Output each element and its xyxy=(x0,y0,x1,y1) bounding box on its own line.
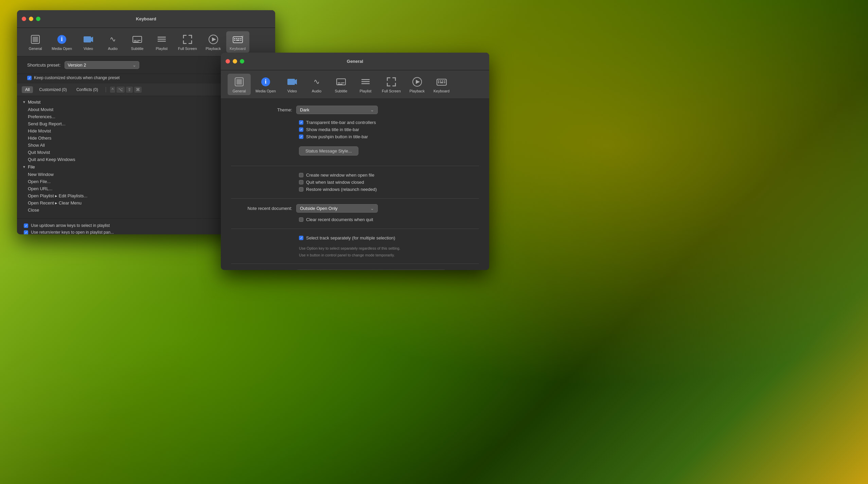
gen-toolbar-item-playlist[interactable]: Playlist xyxy=(354,74,377,95)
quit-when-closed-checkbox[interactable] xyxy=(299,180,303,184)
svg-rect-36 xyxy=(361,79,370,80)
gen-toolbar-video-label: Video xyxy=(287,89,297,93)
svg-rect-10 xyxy=(134,41,139,42)
gen-toolbar-item-keyboard[interactable]: Keyboard xyxy=(430,74,453,95)
open-file-label: Open File... xyxy=(28,179,51,184)
svg-rect-33 xyxy=(338,83,340,83)
alt-icon[interactable]: ⌥ xyxy=(117,87,125,93)
triangle-down-icon: ▼ xyxy=(22,100,26,104)
toolbar-item-video[interactable]: Video xyxy=(77,31,100,53)
keyboard-icon: off xyxy=(232,33,244,46)
clear-recent-checkbox[interactable] xyxy=(299,217,303,222)
show-media-title-checkbox[interactable] xyxy=(299,127,303,132)
toolbar-item-media-open[interactable]: i Media Open xyxy=(48,31,75,53)
section-divider-2 xyxy=(231,198,479,199)
theme-dropdown-arrow-icon: ⌄ xyxy=(370,107,374,112)
minimize-button[interactable] xyxy=(29,17,33,21)
show-pushpin-checkbox[interactable] xyxy=(299,135,303,139)
transparent-titlebar-checkbox[interactable] xyxy=(299,120,303,125)
theme-label: Theme: xyxy=(231,107,292,112)
gen-toolbar-item-subtitle[interactable]: Subtitle xyxy=(330,74,353,95)
gen-toolbar-item-fullscreen[interactable]: Full Screen xyxy=(378,74,404,95)
toolbar-subtitle-label: Subtitle xyxy=(131,47,144,51)
close-button[interactable] xyxy=(22,17,26,21)
filter-customized-btn[interactable]: Customized (0) xyxy=(36,86,70,93)
svg-rect-4 xyxy=(84,36,91,42)
general-title-bar: General xyxy=(221,53,489,70)
quit-movist-label: Quit Movist xyxy=(28,150,50,155)
general-maximize-button[interactable] xyxy=(240,59,244,64)
svg-marker-30 xyxy=(295,79,297,85)
svg-rect-38 xyxy=(361,83,370,84)
screenshot-folder-row: Screenshot folder: 🏠 cocoable › 🎬 Movies xyxy=(231,269,479,270)
screenshot-folder-path[interactable]: 🏠 cocoable › 🎬 Movies xyxy=(296,269,446,270)
gen-toolbar-item-media[interactable]: i Media Open xyxy=(252,74,279,95)
toolbar-item-general[interactable]: General xyxy=(24,31,47,53)
theme-value: Dark xyxy=(300,107,309,112)
general-minimize-button[interactable] xyxy=(233,59,237,64)
info-icon: i xyxy=(56,33,68,46)
return-keys-checkbox[interactable] xyxy=(24,230,28,235)
note-recent-select[interactable]: Outside Open Only ⌄ xyxy=(296,204,378,213)
status-message-btn[interactable]: Status Message Style... xyxy=(299,146,358,156)
create-new-window-checkbox[interactable] xyxy=(299,173,303,177)
preset-value: Version 2 xyxy=(68,62,86,68)
section-divider-4 xyxy=(231,264,479,264)
restore-windows-checkbox[interactable] xyxy=(299,187,303,192)
select-track-checkbox[interactable] xyxy=(299,236,303,240)
clear-recent-row: Clear recent documents when quit xyxy=(299,216,479,223)
maximize-button[interactable] xyxy=(36,17,40,21)
gen-toolbar-item-video[interactable]: Video xyxy=(281,74,304,95)
toolbar-item-audio[interactable]: Audio xyxy=(101,31,124,53)
toolbar-keyboard-label: Keyboard xyxy=(230,47,246,51)
gen-toolbar-keyboard-label: Keyboard xyxy=(433,89,449,93)
up-arrow-icon[interactable]: ^ xyxy=(110,87,116,93)
clear-recent-group: Clear recent documents when quit xyxy=(299,216,479,223)
cmd-icon[interactable]: ⌘ xyxy=(134,87,142,93)
note-recent-value: Outside Open Only xyxy=(300,206,338,211)
toolbar-item-keyboard[interactable]: off Keyboard xyxy=(226,31,249,53)
toolbar-item-fullscreen[interactable]: Full Screen xyxy=(175,31,200,53)
gen-toolbar-item-general[interactable]: General xyxy=(228,74,251,95)
audio-icon xyxy=(107,33,119,46)
gen-toolbar-fullscreen-label: Full Screen xyxy=(382,89,401,93)
toolbar-media-label: Media Open xyxy=(52,47,72,51)
window-controls xyxy=(22,17,40,21)
theme-select[interactable]: Dark ⌄ xyxy=(296,106,378,114)
general-close-button[interactable] xyxy=(226,59,230,64)
toolbar-playlist-label: Playlist xyxy=(156,47,168,51)
toolbar-audio-label: Audio xyxy=(108,47,118,51)
toolbar-playback-label: Playback xyxy=(206,47,221,51)
svg-rect-8 xyxy=(134,40,137,41)
general-toolbar: General i Media Open Video Audio Subtitl… xyxy=(221,70,489,99)
toolbar-item-playback[interactable]: Playback xyxy=(202,31,225,53)
shift-icon[interactable]: ⇧ xyxy=(126,87,133,93)
open-url-label: Open URL... xyxy=(28,186,52,191)
show-media-title-label: Show media title in title-bar xyxy=(306,127,359,132)
svg-marker-15 xyxy=(212,37,216,41)
gen-toolbar-item-playback[interactable]: Playback xyxy=(406,74,429,95)
gen-toolbar-item-audio[interactable]: Audio xyxy=(305,74,328,95)
return-keys-label: Use return/enter keys to open in playlis… xyxy=(31,230,114,234)
restore-windows-row: Restore windows (relaunch needed) xyxy=(299,186,479,193)
svg-rect-45 xyxy=(444,80,445,82)
svg-rect-13 xyxy=(158,41,166,42)
svg-rect-34 xyxy=(341,83,344,83)
gen-toolbar-playback-label: Playback xyxy=(409,89,425,93)
toolbar-item-subtitle[interactable]: Subtitle xyxy=(126,31,149,53)
dropdown-arrow-icon: ⌄ xyxy=(132,62,136,68)
toolbar-item-playlist[interactable]: Playlist xyxy=(150,31,173,53)
svg-rect-20 xyxy=(240,38,242,39)
svg-rect-48 xyxy=(444,82,445,83)
gen-playback-icon xyxy=(411,76,423,88)
svg-rect-12 xyxy=(158,39,166,40)
svg-rect-19 xyxy=(238,38,240,39)
svg-rect-21 xyxy=(234,40,235,41)
gen-playlist-icon xyxy=(359,76,372,88)
keep-customized-checkbox[interactable] xyxy=(27,76,32,80)
filter-conflicts-btn[interactable]: Conflicts (0) xyxy=(73,86,102,93)
filter-all-btn[interactable]: All xyxy=(22,86,33,93)
note-recent-dropdown-icon: ⌄ xyxy=(370,206,374,211)
shortcuts-preset-select[interactable]: Version 2 ⌄ xyxy=(65,61,139,69)
arrow-keys-checkbox[interactable] xyxy=(24,223,28,228)
